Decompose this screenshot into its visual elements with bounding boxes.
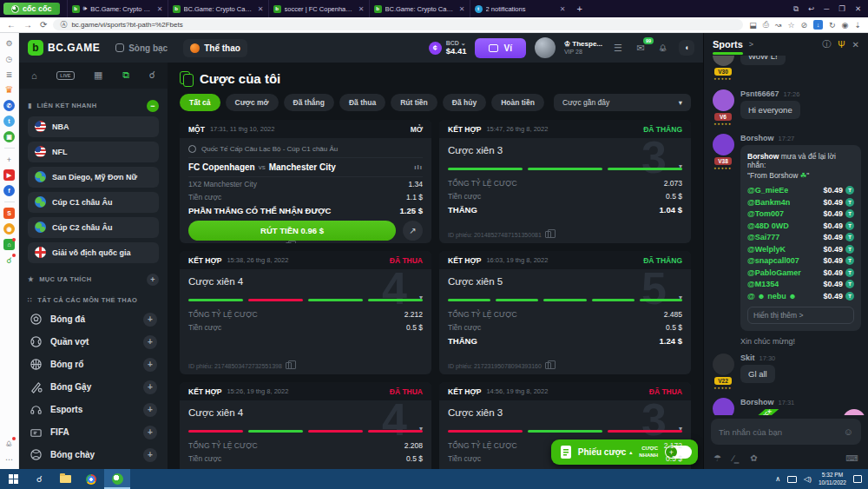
copy-icon[interactable] <box>286 242 292 243</box>
tab-audio-icon[interactable]: 🕪 <box>83 4 88 13</box>
browser-tab[interactable]: bBC.Game: Crypto Casino Gam✕ <box>168 0 268 17</box>
youtube-icon[interactable]: ▶ <box>3 169 15 181</box>
recipient-name[interactable]: @M1354 <box>747 280 779 288</box>
chat-message-input[interactable]: Tin nhắn của bạn ☺ <box>711 419 861 445</box>
notifications-icon[interactable]: 🕭 <box>656 43 670 53</box>
sidebar-sport-basketball[interactable]: Bóng rổ+ <box>28 354 159 376</box>
user-info[interactable]: ♔ Thespe... VIP 28 <box>564 40 602 56</box>
live-icon[interactable]: LIVE <box>56 71 74 80</box>
search-icon[interactable]: ☌ <box>149 69 155 81</box>
shopee-icon[interactable]: S <box>3 208 15 219</box>
sidebar-quick-link[interactable]: NFL <box>28 142 159 162</box>
coccoc-crown-icon[interactable]: ♛ <box>3 84 15 96</box>
tab-close-icon[interactable]: ✕ <box>258 5 264 13</box>
volume-icon[interactable]: ◁) <box>804 475 812 483</box>
sidebar-quick-link[interactable]: Cúp C2 châu Âu <box>28 217 159 238</box>
avatar[interactable] <box>713 354 734 375</box>
recipient-name[interactable]: @Tom007 <box>747 209 784 218</box>
download-extension-icon[interactable]: ↓ <box>813 20 823 30</box>
rain-tip-icon[interactable]: ☂ <box>713 453 721 463</box>
sidebar-sport-fifa[interactable]: FIFA+ <box>28 421 159 444</box>
add-shortcut-icon[interactable]: + <box>3 154 15 165</box>
expand-sport-button[interactable]: + <box>143 358 157 372</box>
collapse-quick-links-button[interactable]: − <box>147 100 159 112</box>
close-button[interactable]: ✕ <box>855 4 861 13</box>
rail-more-icon[interactable]: ⋯ <box>3 453 15 465</box>
sync-icon[interactable]: ↻ <box>829 21 836 30</box>
chat-username[interactable]: Psnt66667 <box>740 89 779 98</box>
search-widget-icon[interactable]: ☌ <box>3 254 15 266</box>
browser-tab[interactable]: t2 notifications✕ <box>470 0 570 17</box>
action-center-icon[interactable] <box>853 475 862 483</box>
messenger-icon[interactable]: ✆ <box>3 100 15 111</box>
filter-tất-cả[interactable]: Tất cả <box>180 94 220 111</box>
sort-dropdown[interactable]: Cược gần đây▾ <box>554 94 691 111</box>
filter-cược-mở[interactable]: Cược mở <box>226 94 279 111</box>
chat-close-icon[interactable]: ✕ <box>852 40 859 50</box>
adblock-icon[interactable]: ⊘ <box>801 21 808 30</box>
user-avatar[interactable] <box>535 37 556 58</box>
calendar-icon[interactable]: ▦ <box>94 69 102 81</box>
history-icon[interactable]: ◷ <box>3 53 15 64</box>
maximize-button[interactable]: ❐ <box>838 4 845 13</box>
add-favorite-button[interactable]: + <box>147 274 159 286</box>
share-icon[interactable]: ↝ <box>775 21 782 30</box>
emoji-icon[interactable]: ☺ <box>844 426 853 437</box>
expand-sport-button[interactable]: + <box>143 448 157 462</box>
sidebar-sport-tennis[interactable]: Quần vợt+ <box>28 331 159 354</box>
sidebar-sport-soccer[interactable]: Bóng đá+ <box>28 308 159 331</box>
avatar[interactable] <box>713 89 734 111</box>
tab-close-icon[interactable]: ✕ <box>560 5 566 13</box>
bookmark-star-icon[interactable]: ☆ <box>787 21 794 30</box>
recipient-name[interactable]: @Sai777 <box>747 233 779 241</box>
reading-list-icon[interactable]: ≣ <box>3 69 15 80</box>
new-tab-button[interactable]: + <box>570 3 589 14</box>
coccoc-logo[interactable]: cốc cốc <box>3 3 60 15</box>
minimize-button[interactable]: ─ <box>824 4 829 13</box>
currency-selector[interactable]: ¢ BCD ⌄ $4.41 <box>429 40 467 56</box>
avatar[interactable] <box>713 134 734 155</box>
home-icon[interactable]: ⌂ <box>31 70 37 81</box>
games-icon[interactable]: ▣ <box>3 131 15 142</box>
tray-expand-icon[interactable]: ∧ <box>775 475 780 483</box>
reload-button[interactable]: ⟳ <box>40 20 47 30</box>
expand-sport-button[interactable]: + <box>143 335 157 349</box>
chat-toggle-icon[interactable]: ◖ <box>679 40 694 56</box>
store-icon[interactable]: ⌂ <box>3 239 15 250</box>
start-button[interactable] <box>0 469 26 489</box>
my-bets-icon[interactable]: ⧉ <box>122 69 129 81</box>
expand-sport-button[interactable]: + <box>143 426 157 439</box>
bet-match-row[interactable]: FC CopenhagenvsManchester Cityılı <box>188 158 423 177</box>
downloads-icon[interactable]: ⇣ <box>854 21 861 30</box>
facebook-icon[interactable]: f <box>3 185 15 196</box>
profile-avatar-icon[interactable]: ◉ <box>842 21 849 30</box>
taskbar-clock[interactable]: 5:32 PM 10/11/2022 <box>819 472 846 486</box>
notifications-bell-icon[interactable]: 🕭 <box>3 438 15 449</box>
coindrops-banner[interactable]: GOOD LUCKCoinDropsGood Luck!Grab <box>740 409 868 415</box>
browser-tab[interactable]: b🕪BC.Game: Crypto Casino✕ <box>67 0 168 17</box>
expand-sport-button[interactable]: + <box>143 313 157 327</box>
sidebar-sport-esports[interactable]: Esports+ <box>28 399 159 421</box>
copy-icon[interactable] <box>545 362 551 369</box>
match-stats-icon[interactable]: ılı <box>414 163 423 171</box>
chat-room-title[interactable]: Sports <box>713 39 743 50</box>
chat-rules-icon[interactable]: ∕‗ <box>733 453 739 463</box>
tab-close-icon[interactable]: ✕ <box>459 5 465 13</box>
recipient-name[interactable]: @WelplyK <box>747 245 786 254</box>
chrome-icon[interactable] <box>78 469 104 489</box>
expand-sport-button[interactable]: + <box>143 380 157 394</box>
cashout-button[interactable]: RÚT TIỀN 0.96 $ <box>188 221 396 241</box>
copy-icon[interactable] <box>286 362 292 369</box>
promo-icon[interactable]: ◉ <box>3 223 15 235</box>
filter-đã-hủy[interactable]: Đã hủy <box>443 94 486 111</box>
browser-tab[interactable]: bsoccer | FC Copenhagen vs M✕ <box>268 0 369 17</box>
forward-button[interactable]: → <box>23 20 32 30</box>
chat-username[interactable]: Borshow <box>740 398 774 406</box>
tab-close-icon[interactable]: ✕ <box>358 5 365 13</box>
taskbar-search-icon[interactable]: ☌ <box>26 469 52 489</box>
sidebar-quick-link[interactable]: NBA <box>28 116 159 137</box>
filter-đã-thắng[interactable]: Đã thắng <box>284 94 334 111</box>
trophy-icon[interactable]: Ψ <box>838 40 845 50</box>
translate-icon[interactable]: ⎙ <box>763 20 769 30</box>
nav-sports[interactable]: Thể thao <box>183 39 247 57</box>
